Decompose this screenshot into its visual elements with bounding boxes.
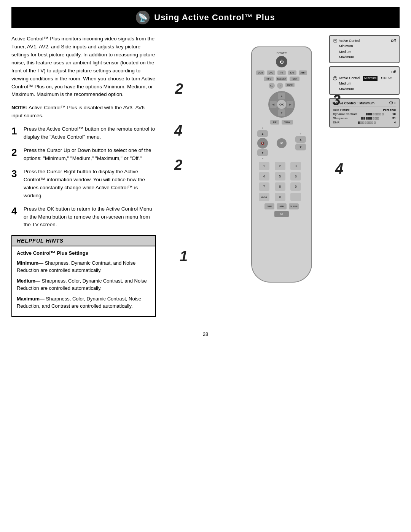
vcr-button[interactable]: VCR: [256, 70, 264, 75]
vol-minus: –: [262, 157, 263, 160]
btn-8[interactable]: 8: [275, 182, 285, 191]
right-column: ❋ Active Control Off Minimum Medium Maxi…: [164, 35, 400, 317]
ok-button[interactable]: OK: [277, 100, 286, 109]
amp-button[interactable]: AMP: [299, 70, 307, 75]
ac-button[interactable]: AC: [274, 211, 289, 217]
btn-dash[interactable]: –: [290, 193, 301, 201]
info-button[interactable]: INFO: [264, 77, 274, 81]
note-text: NOTE: Active Control™ Plus is disabled w…: [11, 104, 156, 120]
vol-group: + ▲ 🔇 ▼ –: [257, 127, 268, 160]
ch-minus: –: [300, 151, 301, 154]
body-text: Active Control™ Plus monitors incoming v…: [11, 35, 156, 99]
step-1-text: Press the Active Control™ button on the …: [24, 125, 156, 141]
step-2-number: 2: [11, 147, 20, 157]
step-4-number: 4: [11, 206, 20, 216]
info-row: INFO SELECT DIM: [256, 77, 307, 81]
dpad-circle: ▲ ▼ ◀ ▶ OK: [268, 91, 295, 118]
overlay-1-bottom: 1: [180, 248, 188, 265]
tv-button[interactable]: TV: [277, 70, 286, 75]
overlay-4-mid: 4: [174, 123, 182, 139]
d-pad: ▲ ▼ ◀ ▶ OK: [268, 91, 295, 118]
overlay-2-mid: 2: [174, 157, 182, 173]
cc-row: CC ↑ SCRN: [256, 83, 307, 89]
cc-button[interactable]: CC: [269, 83, 275, 89]
vol-down-button[interactable]: ▼: [257, 149, 268, 156]
remote-wrapper: 2 3 4 2 4 1 POWER ⏻ VCR DVD TV SAT AMP: [164, 46, 400, 283]
source-buttons-row: VCR DVD TV SAT AMP: [256, 70, 307, 75]
view-button[interactable]: VIEW: [282, 120, 293, 125]
vol-up-button[interactable]: ▲: [257, 130, 268, 137]
select-button[interactable]: SELECT: [276, 77, 287, 81]
step-3: 3 Press the Cursor Right button to displ…: [11, 168, 156, 200]
btn-9[interactable]: 9: [290, 182, 301, 191]
remote-icon: 📡: [136, 11, 150, 24]
helpful-hints-box: Helpful Hints Active Control™ Plus Setti…: [11, 235, 156, 317]
vol-ch-row: + ▲ 🔇 ▼ – P + ▲ ▼ –: [257, 127, 306, 160]
ch-up-button[interactable]: ▲: [295, 136, 306, 143]
dpad-up[interactable]: ▲: [278, 93, 285, 99]
overlay-4-right: 4: [335, 161, 343, 177]
power-label: POWER: [256, 52, 307, 54]
btn-1[interactable]: 1: [259, 162, 269, 170]
step-4: 4 Press the OK button to return to the A…: [11, 205, 156, 229]
screen-button[interactable]: SCRN: [285, 83, 295, 87]
atr-button[interactable]: ATR: [277, 203, 287, 209]
step-3-text: Press the Cursor Right button to display…: [24, 168, 156, 200]
page-num-text: 28: [203, 331, 208, 337]
note-content: Active Control™ Plus is disabled with th…: [11, 105, 145, 118]
step-2: 2 Press the Cursor Up or Down button to …: [11, 147, 156, 163]
vol-label: +: [262, 127, 263, 129]
p-button[interactable]: P: [277, 138, 287, 148]
btn-4[interactable]: 4: [259, 172, 269, 181]
overlay-2-top: 2: [175, 81, 183, 97]
note-bold: NOTE:: [11, 105, 27, 110]
hints-medium-bold: Medium—: [17, 278, 40, 284]
btn-3[interactable]: 3: [290, 162, 301, 170]
bottom-buttons: SAP ATR SLEEP: [256, 203, 307, 209]
hints-item-maximum: Maximum— Sharpness, Color, Dynamic Contr…: [17, 295, 151, 310]
number-pad: 1 2 3 4 5 6 7 8 9 AV/A 0 –: [259, 162, 304, 201]
hints-body: Active Control™ Plus Settings Minimum— S…: [12, 246, 155, 316]
btn-2[interactable]: 2: [275, 162, 285, 170]
hints-maximum-bold: Maximum—: [17, 296, 45, 302]
step-4-text: Press the OK button to return to the Act…: [24, 205, 156, 229]
hints-item-minimum: Minimum— Sharpness, Dynamic Contrast, an…: [17, 259, 151, 274]
dpad-left[interactable]: ◀: [270, 101, 277, 108]
power-button[interactable]: ⏻: [276, 56, 287, 67]
hints-minimum-bold: Minimum—: [17, 260, 43, 266]
dim-button[interactable]: DIM: [290, 77, 299, 81]
page-number: 28: [0, 324, 411, 345]
btn-ava[interactable]: AV/A: [259, 193, 269, 201]
step-2-text: Press the Cursor Up or Down button to se…: [24, 147, 156, 163]
sat-button[interactable]: SAT: [288, 70, 296, 75]
dpad-right[interactable]: ▶: [287, 101, 293, 108]
sleep-button[interactable]: SLEEP: [289, 203, 299, 209]
btn-5[interactable]: 5: [275, 172, 285, 181]
screen1-row1: ❋ Active Control Off: [333, 38, 396, 43]
btn-7[interactable]: 7: [259, 182, 269, 191]
step-1: 1 Press the Active Control™ button on th…: [11, 125, 156, 141]
page-header: 📡 Using Active Control™ Plus: [11, 7, 400, 28]
overlay-3: 3: [333, 92, 341, 109]
mute-button[interactable]: 🔇: [257, 138, 268, 149]
btn-6[interactable]: 6: [290, 172, 301, 181]
left-column: Active Control™ Plus monitors incoming v…: [11, 35, 156, 317]
ch-down-button[interactable]: ▼: [295, 144, 306, 150]
steps-list: 1 Press the Active Control™ button on th…: [11, 125, 156, 229]
btn-0[interactable]: 0: [275, 193, 285, 201]
pip-button[interactable]: PIP: [270, 120, 279, 125]
bottom-buttons-2: AC: [256, 211, 307, 217]
dwr-button[interactable]: ↑: [277, 83, 283, 89]
main-content: Active Control™ Plus monitors incoming v…: [0, 28, 411, 324]
sap-button[interactable]: SAP: [264, 203, 274, 209]
hints-item-medium: Medium— Sharpness, Color, Dynamic Contra…: [17, 277, 151, 292]
hints-header: Helpful Hints: [12, 236, 155, 246]
step-3-number: 3: [11, 169, 20, 179]
dpad-down[interactable]: ▼: [278, 109, 285, 116]
pip-row: PIP VIEW: [256, 120, 307, 125]
dvd-button[interactable]: DVD: [267, 70, 275, 75]
step-1-number: 1: [11, 126, 20, 136]
hints-title-text: Helpful Hints: [17, 238, 64, 244]
screen1-label: Active Control: [339, 38, 360, 43]
remote-control: POWER ⏻ VCR DVD TV SAT AMP INFO SELECT D…: [251, 46, 312, 283]
